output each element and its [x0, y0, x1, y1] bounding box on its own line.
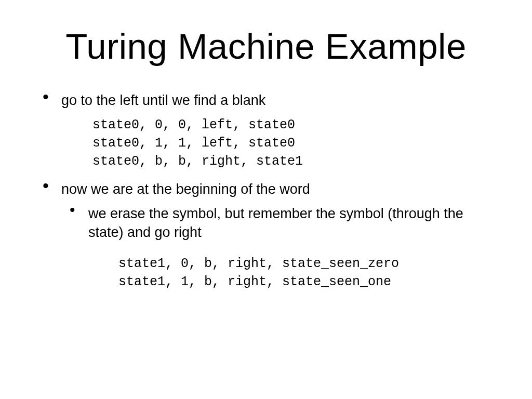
bullet-list: go to the left until we find a blank sta…	[36, 91, 496, 291]
sub-bullet-list: we erase the symbol, but remember the sy…	[61, 204, 496, 291]
slide: Turing Machine Example go to the left un…	[0, 0, 532, 399]
bullet-text: now we are at the beginning of the word	[61, 180, 496, 198]
bullet-text: go to the left until we find a blank	[61, 91, 496, 110]
code-block: state0, 0, 0, left, state0 state0, 1, 1,…	[92, 116, 496, 170]
code-block: state1, 0, b, right, state_seen_zero sta…	[118, 255, 496, 291]
list-item: we erase the symbol, but remember the sy…	[61, 204, 496, 291]
bullet-text: we erase the symbol, but remember the sy…	[88, 204, 496, 242]
slide-title: Turing Machine Example	[36, 26, 496, 67]
list-item: now we are at the beginning of the word …	[36, 180, 496, 290]
list-item: go to the left until we find a blank sta…	[36, 91, 496, 170]
